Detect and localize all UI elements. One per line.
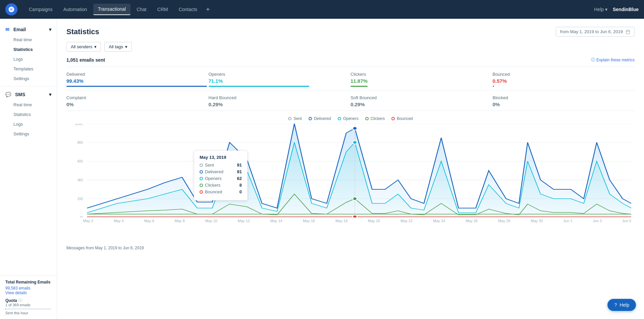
emails-sent-count: 1,051 emails sent: [66, 57, 105, 63]
email-icon: ✉: [5, 27, 9, 32]
svg-text:40: 40: [77, 178, 83, 182]
view-details-link[interactable]: View details: [5, 291, 51, 295]
chart-xaxis: May 2 May 4 May 6 May 8 May 10 May 12 Ma…: [70, 217, 631, 223]
emails-sent-row: 1,051 emails sent ⓘ Explain these metric…: [66, 57, 635, 63]
tooltip-clickers-icon: [200, 184, 203, 187]
tooltip-sent-icon: [200, 164, 203, 167]
help-menu[interactable]: Help ▾: [594, 7, 607, 12]
info-icon: ⓘ: [591, 57, 595, 63]
filters-row: All senders ▾ All tags ▾: [66, 42, 635, 52]
delivered-bar: [66, 86, 207, 87]
date-range-picker[interactable]: from May 1, 2019 to Jun 6, 2019: [556, 27, 635, 37]
metric-clickers: Clickers 11.87%: [351, 67, 493, 90]
sender-filter[interactable]: All senders ▾: [66, 42, 101, 52]
nav-contacts[interactable]: Contacts: [174, 4, 202, 15]
clickers-bar: [351, 86, 368, 87]
sender-filter-arrow: ▾: [94, 44, 97, 49]
legend-sent: Sent: [288, 116, 302, 121]
quota-progress-bar: [5, 308, 51, 310]
help-button[interactable]: ? Help: [607, 299, 636, 311]
tooltip-clickers-dot: [353, 197, 357, 200]
page-footer: Messages from May 1, 2019 to Jun 6, 2019: [66, 246, 635, 250]
metric-bounced: Bounced 0.57%: [493, 67, 635, 90]
svg-text:20: 20: [77, 197, 83, 201]
sidebar-email-settings[interactable]: Settings: [0, 74, 57, 83]
tooltip-row-openers: Openers 62: [200, 176, 242, 181]
top-navigation: Campaigns Automation Transactional Chat …: [0, 0, 644, 19]
svg-text:60: 60: [77, 159, 83, 163]
svg-text:0: 0: [80, 215, 83, 217]
bounced-bar: [493, 86, 494, 87]
date-range-label: from May 1, 2019 to Jun 6, 2019: [560, 29, 623, 34]
page-header: Statistics from May 1, 2019 to Jun 6, 20…: [66, 27, 635, 37]
metric-delivered: Delivered 99.43%: [66, 67, 209, 90]
metric-blocked: Blocked 0%: [493, 90, 635, 111]
metric-complaint: Complaint 0%: [66, 90, 209, 111]
tooltip-row-bounced: Bounced 0: [200, 189, 242, 194]
nav-items: Campaigns Automation Transactional Chat …: [24, 4, 594, 15]
nav-automation[interactable]: Automation: [59, 4, 92, 15]
sidebar: ✉ Email ▾ Real time Statistics Logs Temp…: [0, 19, 57, 319]
sidebar-sms-settings[interactable]: Settings: [0, 129, 57, 139]
legend-openers: Openers: [338, 116, 359, 121]
sidebar-sms-statistics[interactable]: Statistics: [0, 110, 57, 119]
tooltip-row-sent: Sent 91: [200, 163, 242, 168]
metric-openers: Openers 71.1%: [209, 67, 351, 90]
sms-icon: 💬: [5, 92, 11, 97]
sidebar-email-logs[interactable]: Logs: [0, 54, 57, 64]
tooltip-date: May 13, 2019: [200, 155, 242, 160]
legend-delivered: Delivered: [309, 116, 331, 121]
tags-filter[interactable]: All tags ▾: [104, 42, 132, 52]
app-logo[interactable]: [5, 3, 17, 15]
chart-container[interactable]: 100 80 60 40 20 0: [66, 124, 635, 238]
nav-campaigns[interactable]: Campaigns: [24, 4, 57, 15]
sidebar-sms-realtime[interactable]: Real time: [0, 100, 57, 110]
chart-tooltip: May 13, 2019 Sent 91 Delivered 91 Opener…: [194, 150, 248, 200]
nav-chat[interactable]: Chat: [132, 4, 151, 15]
tags-filter-arrow: ▾: [125, 44, 127, 49]
nav-transactional[interactable]: Transactional: [93, 4, 131, 15]
sms-section-toggle: ▾: [49, 92, 51, 97]
tooltip-row-clickers: Clickers 8: [200, 183, 242, 188]
brand-name: SendinBlue: [613, 7, 639, 12]
svg-rect-0: [626, 30, 630, 34]
calendar-icon: [626, 29, 630, 34]
tooltip-bounced-icon: [200, 190, 203, 194]
legend-clickers: Clickers: [365, 116, 385, 121]
metrics-grid: Delivered 99.43% Openers 71.1% Clickers …: [66, 67, 635, 111]
nav-right: Help ▾ SendinBlue: [594, 7, 639, 12]
email-section-toggle: ▾: [49, 27, 51, 32]
explain-metrics-link[interactable]: ⓘ Explain these metrics: [591, 57, 635, 63]
openers-bar: [209, 86, 310, 87]
svg-text:100: 100: [75, 124, 83, 126]
page-title: Statistics: [66, 27, 99, 36]
metric-hard-bounced: Hard Bounced 0.29%: [209, 90, 351, 111]
sidebar-bottom: Total Remaining Emails 99,583 emails Vie…: [0, 275, 57, 319]
tooltip-row-delivered: Delivered 91: [200, 169, 242, 174]
tooltip-bounced-dot: [353, 215, 357, 217]
tooltip-delivered-icon: [200, 170, 203, 174]
metric-soft-bounced: Soft Bounced 0.29%: [351, 90, 493, 111]
quota-label: Quota ⓘ: [5, 298, 51, 303]
tooltip-sent-dot: [353, 127, 357, 130]
legend-bounced: Bounced: [391, 116, 413, 121]
sidebar-email-templates[interactable]: Templates: [0, 64, 57, 74]
quota-info-icon: ⓘ: [18, 298, 22, 303]
tooltip-openers-dot: [353, 141, 357, 144]
tooltip-openers-icon: [200, 177, 203, 180]
sms-section-header[interactable]: 💬 SMS ▾: [0, 89, 57, 100]
help-button-icon: ?: [614, 302, 617, 308]
email-section-header[interactable]: ✉ Email ▾: [0, 24, 57, 35]
sidebar-divider: [0, 86, 57, 86]
chart-legend: Sent Delivered Openers Clickers Bounced: [66, 116, 635, 121]
sidebar-email-statistics[interactable]: Statistics: [0, 45, 57, 54]
chart-svg: 100 80 60 40 20 0: [70, 124, 631, 217]
nav-add-button[interactable]: +: [203, 4, 213, 15]
nav-crm[interactable]: CRM: [153, 4, 173, 15]
main-content: Statistics from May 1, 2019 to Jun 6, 20…: [57, 19, 644, 319]
svg-text:80: 80: [77, 140, 83, 144]
sidebar-email-realtime[interactable]: Real time: [0, 35, 57, 45]
sidebar-sms-logs[interactable]: Logs: [0, 119, 57, 129]
